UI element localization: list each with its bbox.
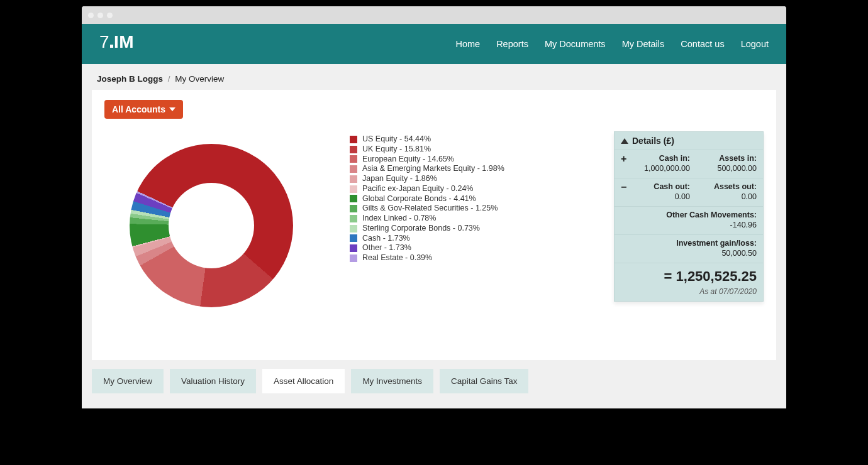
- triangle-up-icon: [621, 138, 628, 144]
- legend-swatch: [350, 146, 357, 153]
- legend-swatch: [350, 225, 357, 232]
- details-total: = 1,250,525.25: [615, 263, 763, 287]
- window-titlebar: [82, 6, 786, 24]
- legend-item: Asia & Emerging Markets Equity - 1.98%: [350, 165, 595, 173]
- details-single-label: Other Cash Movements:: [621, 211, 757, 219]
- legend-swatch: [350, 136, 357, 143]
- legend-label: Sterling Corporate Bonds - 0.73%: [362, 224, 480, 233]
- details-row: − Cash out: 0.00 Assets out: 0.00: [615, 178, 763, 207]
- nav-link-logout[interactable]: Logout: [741, 39, 769, 49]
- legend-label: Asia & Emerging Markets Equity - 1.98%: [362, 165, 504, 173]
- details-single-row: Other Cash Movements: -140.96: [615, 207, 763, 235]
- details-single-value: 50,000.50: [621, 249, 757, 258]
- accounts-dropdown-label: All Accounts: [112, 104, 165, 114]
- legend-label: Gilts & Gov-Related Securities - 1.25%: [362, 204, 498, 213]
- nav-link-contact-us[interactable]: Contact us: [681, 39, 724, 49]
- breadcrumb-separator: /: [168, 74, 170, 84]
- legend-item: Japan Equity - 1.86%: [350, 175, 595, 183]
- legend-item: Other - 1.73%: [350, 244, 595, 253]
- legend-item: UK Equity - 15.81%: [350, 145, 595, 154]
- legend-label: European Equity - 14.65%: [362, 155, 454, 164]
- legend-item: Sterling Corporate Bonds - 0.73%: [350, 224, 595, 233]
- legend-item: US Equity - 54.44%: [350, 135, 595, 144]
- legend-label: Cash - 1.73%: [362, 234, 410, 243]
- tab-capital-gains-tax[interactable]: Capital Gains Tax: [440, 369, 529, 393]
- nav-link-home[interactable]: Home: [455, 39, 480, 49]
- legend-swatch: [350, 195, 357, 202]
- legend-label: Index Linked - 0.78%: [362, 214, 436, 223]
- legend-item: Gilts & Gov-Related Securities - 1.25%: [350, 204, 595, 213]
- legend-swatch: [350, 244, 357, 252]
- legend-label: Japan Equity - 1.86%: [362, 175, 437, 183]
- legend-swatch: [350, 254, 357, 262]
- tab-my-overview[interactable]: My Overview: [92, 369, 164, 393]
- details-right-label: Assets out:: [700, 182, 757, 191]
- legend-label: Global Corporate Bonds - 4.41%: [362, 195, 476, 204]
- legend-swatch: [350, 234, 357, 242]
- details-single-label: Investment gain/loss:: [621, 239, 757, 248]
- legend-item: Pacific ex-Japan Equity - 0.24%: [350, 185, 595, 194]
- tab-valuation-history[interactable]: Valuation History: [170, 369, 256, 393]
- top-nav: HomeReportsMy DocumentsMy DetailsContact…: [455, 39, 769, 49]
- breadcrumb-page: My Overview: [175, 74, 224, 84]
- legend-swatch: [350, 155, 357, 163]
- tab-my-investments[interactable]: My Investments: [351, 369, 433, 393]
- legend-swatch: [350, 215, 357, 222]
- legend-swatch: [350, 165, 357, 173]
- legend-label: Other - 1.73%: [362, 244, 411, 253]
- details-left-value: 0.00: [633, 192, 690, 201]
- legend-item: Real Estate - 0.39%: [350, 254, 595, 263]
- legend-item: Global Corporate Bonds - 4.41%: [350, 195, 595, 204]
- legend-swatch: [350, 205, 357, 212]
- details-right-value: 0.00: [700, 192, 757, 201]
- nav-link-my-documents[interactable]: My Documents: [545, 39, 606, 49]
- legend-swatch: [350, 185, 357, 193]
- details-header[interactable]: Details (£): [615, 132, 763, 150]
- breadcrumb: Joseph B Loggs / My Overview: [82, 64, 786, 90]
- details-single-row: Investment gain/loss: 50,000.50: [615, 235, 763, 263]
- app-window: 7IM HomeReportsMy DocumentsMy DetailsCon…: [82, 6, 786, 408]
- legend-label: US Equity - 54.44%: [362, 135, 431, 144]
- bottom-tabs: My OverviewValuation HistoryAsset Alloca…: [92, 369, 776, 393]
- legend-label: Real Estate - 0.39%: [362, 254, 432, 263]
- traffic-light-minimize[interactable]: [97, 13, 103, 18]
- details-panel: Details (£) + Cash in: 1,000,000.00 Asse…: [614, 131, 764, 302]
- legend-item: European Equity - 14.65%: [350, 155, 595, 164]
- breadcrumb-user: Joseph B Loggs: [97, 74, 163, 84]
- traffic-light-close[interactable]: [88, 13, 94, 18]
- details-left-label: Cash in:: [633, 154, 690, 163]
- details-row: + Cash in: 1,000,000.00 Assets in: 500,0…: [615, 150, 763, 178]
- tab-asset-allocation[interactable]: Asset Allocation: [262, 369, 345, 393]
- legend-label: Pacific ex-Japan Equity - 0.24%: [362, 185, 473, 194]
- details-as-at: As at 07/07/2020: [615, 287, 763, 301]
- details-row-sign: +: [621, 154, 630, 173]
- legend-label: UK Equity - 15.81%: [362, 145, 431, 154]
- details-title: Details (£): [632, 136, 674, 146]
- legend-swatch: [350, 175, 357, 183]
- legend-item: Index Linked - 0.78%: [350, 214, 595, 223]
- details-right-value: 500,000.00: [700, 164, 757, 173]
- donut-chart: [130, 144, 331, 332]
- details-row-sign: −: [621, 182, 630, 201]
- accounts-dropdown-button[interactable]: All Accounts: [104, 100, 183, 119]
- nav-link-reports[interactable]: Reports: [496, 39, 528, 49]
- nav-link-my-details[interactable]: My Details: [622, 39, 665, 49]
- chart-legend: US Equity - 54.44%UK Equity - 15.81%Euro…: [350, 131, 595, 264]
- brand-logo: 7IM: [99, 32, 134, 57]
- chevron-down-icon: [169, 107, 175, 111]
- traffic-light-maximize[interactable]: [107, 13, 113, 18]
- app-header: 7IM HomeReportsMy DocumentsMy DetailsCon…: [82, 24, 786, 64]
- details-left-label: Cash out:: [633, 182, 690, 191]
- details-single-value: -140.96: [621, 221, 757, 229]
- details-right-label: Assets in:: [700, 154, 757, 163]
- legend-item: Cash - 1.73%: [350, 234, 595, 243]
- content-card: All Accounts US Equity - 54.44%UK Equity…: [92, 90, 776, 360]
- details-left-value: 1,000,000.00: [633, 164, 690, 173]
